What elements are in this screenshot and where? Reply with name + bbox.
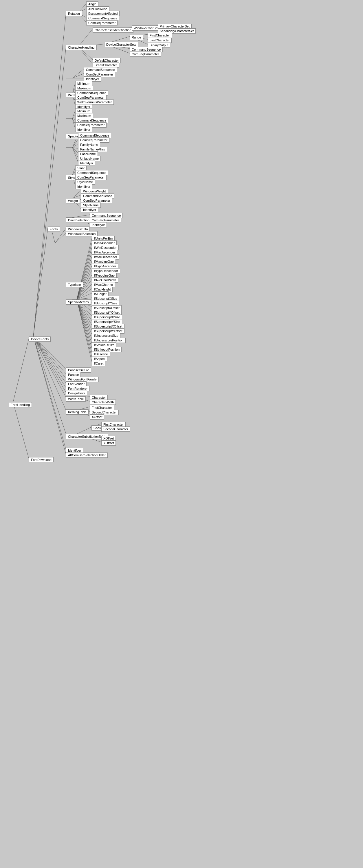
node-DirectSelection: DirectSelection	[66, 218, 91, 223]
svg-line-97	[33, 337, 66, 378]
svg-line-108	[33, 337, 66, 434]
node-Fonts: Fonts	[48, 226, 60, 232]
svg-line-52	[72, 190, 81, 198]
svg-line-66	[77, 242, 92, 300]
node-XOffset_kt: XOffset	[90, 414, 104, 420]
svg-line-53	[72, 195, 81, 198]
svg-line-114	[33, 337, 66, 450]
svg-line-22	[72, 73, 84, 78]
svg-line-115	[33, 337, 66, 454]
node-FordHandling: FordHandling	[9, 402, 32, 407]
svg-line-46	[72, 167, 75, 175]
svg-line-91	[77, 300, 92, 358]
node-DeviceFonts: DeviceFonts	[29, 337, 51, 342]
svg-line-6	[78, 29, 93, 47]
svg-line-89	[77, 300, 92, 349]
svg-line-44	[72, 148, 78, 162]
svg-line-86	[77, 300, 92, 335]
node-WindowsCharSets: WindowsCharSets	[132, 26, 162, 31]
svg-line-47	[72, 172, 75, 175]
node-lfCaret: lfCaret	[92, 361, 105, 366]
svg-line-90	[77, 300, 92, 353]
node-FirstCharacter_range: FirstCharacter	[148, 33, 172, 38]
node-CharacterHandling: CharacterHandling	[66, 45, 97, 50]
svg-line-69	[77, 256, 92, 300]
svg-line-116	[13, 338, 29, 402]
svg-line-100	[33, 337, 66, 392]
svg-line-68	[77, 251, 92, 300]
svg-line-42	[72, 148, 78, 153]
svg-line-118	[33, 13, 66, 337]
node-SpecialMetrics: SpecialMetrics	[66, 300, 91, 305]
svg-line-35	[72, 119, 75, 124]
node-YOffset_cst: YOffset	[101, 440, 116, 445]
svg-line-67	[77, 247, 92, 300]
node-SecondCharacter_cst: SecondCharacter	[101, 427, 130, 432]
svg-line-21	[72, 69, 84, 78]
node-LastCharacter: LastCharacter	[148, 38, 172, 43]
node-CharacterSetIdentification: CharacterSetIdentification	[93, 28, 133, 33]
node-KerningTable: KerningTable	[66, 409, 89, 414]
svg-line-101	[33, 337, 66, 397]
svg-line-34	[72, 119, 75, 120]
node-Weight: Weight	[66, 198, 80, 204]
svg-line-43	[72, 148, 78, 158]
svg-line-87	[77, 300, 92, 339]
svg-line-117	[13, 402, 29, 459]
svg-line-65	[77, 238, 92, 300]
connection-lines	[0, 0, 363, 868]
node-CharacterWidth: CharacterWidth	[90, 400, 116, 405]
svg-line-88	[77, 300, 92, 344]
node-Rotation: Rotation	[66, 11, 82, 16]
svg-line-32	[72, 110, 75, 119]
svg-line-92	[77, 300, 92, 363]
svg-line-76	[77, 288, 92, 300]
node-DeviceCharacterSets: DeviceCharacterSets	[104, 42, 139, 47]
diagram-container: AngleArcClockwiseEscapementAffectedComma…	[0, 0, 363, 868]
node-Range: Range	[130, 35, 143, 40]
svg-line-36	[72, 119, 75, 129]
node-AttComSeqSelectionOrder: AttComSeqSelectionOrder	[66, 453, 108, 458]
svg-line-98	[33, 337, 66, 383]
svg-line-94	[33, 228, 48, 337]
svg-line-33	[72, 115, 75, 119]
node-Typeface: Typeface	[66, 282, 83, 287]
svg-line-109	[77, 427, 91, 434]
node-ComSeqParameter_dcs: ComSeqParameter	[130, 52, 161, 57]
node-Identifyer_wt: Identifyer	[81, 207, 98, 212]
svg-line-104	[33, 337, 66, 410]
svg-line-120	[33, 47, 66, 337]
svg-line-39	[72, 139, 78, 148]
node-Angle: Angle	[86, 1, 98, 7]
svg-line-99	[33, 337, 66, 388]
svg-line-40	[72, 144, 78, 148]
node-FontDownload: FontDownload	[29, 457, 54, 462]
node-Identifyer_tf: Identifyer	[78, 161, 95, 166]
node-Identifyer_h: Identifyer	[75, 127, 92, 132]
node-ComSeqParameter_rot: ComSeqParameter	[86, 20, 118, 26]
svg-line-70	[77, 261, 92, 300]
node-WidthTable: WidthTable	[66, 396, 86, 402]
node-DesignUnits: DesignUnits	[66, 391, 87, 396]
node-Identifyer_ds: Identifyer	[90, 222, 107, 227]
svg-line-63	[55, 233, 66, 243]
svg-line-58	[72, 215, 90, 218]
svg-line-77	[77, 293, 92, 300]
svg-line-96	[33, 337, 66, 374]
svg-line-41	[72, 148, 78, 148]
